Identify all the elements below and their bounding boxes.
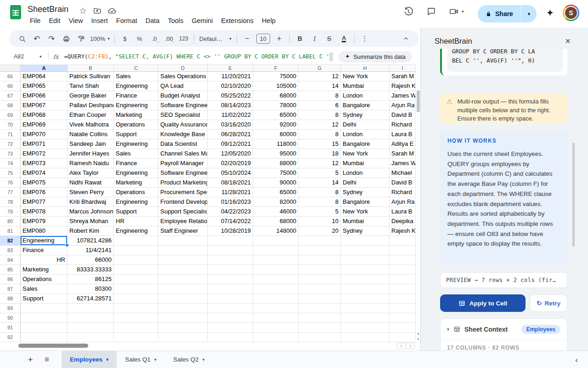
cell[interactable]: HR xyxy=(114,217,158,226)
cell[interactable]: EMP070 xyxy=(21,130,68,139)
cell[interactable]: EMP079 xyxy=(21,217,68,226)
cell[interactable]: Laura B xyxy=(390,130,416,139)
menu-tools[interactable]: Tools xyxy=(164,16,187,25)
cell[interactable] xyxy=(341,304,390,313)
cell[interactable] xyxy=(158,333,208,342)
cell[interactable] xyxy=(341,323,390,333)
cell[interactable]: David B xyxy=(390,178,416,188)
text-color-button[interactable]: A xyxy=(338,33,350,45)
share-button[interactable]: Share ▾ xyxy=(478,5,537,23)
cell[interactable]: Procurement Spec xyxy=(158,188,208,197)
cell[interactable]: EMP080 xyxy=(21,226,68,236)
cell[interactable]: 09/12/2021 xyxy=(208,139,253,149)
cell[interactable] xyxy=(68,323,114,333)
cell[interactable] xyxy=(114,323,158,333)
fill-handle[interactable] xyxy=(65,243,69,247)
cell[interactable]: Knowledge Base xyxy=(158,130,208,139)
cell[interactable]: 02/10/2020 xyxy=(208,81,253,91)
cell[interactable]: Employee Relations xyxy=(158,217,208,226)
menu-format[interactable]: Format xyxy=(113,16,141,25)
cell[interactable]: New York xyxy=(341,207,390,217)
cell[interactable]: 12 xyxy=(299,159,341,168)
cell[interactable] xyxy=(114,304,158,313)
row-header-86[interactable]: 86 xyxy=(0,275,21,284)
menu-help[interactable]: Help xyxy=(259,16,279,25)
cell[interactable]: 8 xyxy=(299,197,341,207)
cell[interactable]: 8 xyxy=(299,91,341,101)
paint-format-icon[interactable] xyxy=(75,33,87,45)
cell[interactable]: 07/14/2022 xyxy=(208,217,253,226)
cell[interactable]: 46000 xyxy=(253,207,299,217)
cell[interactable] xyxy=(253,284,299,294)
close-sidebar-icon[interactable]: × xyxy=(565,36,571,46)
tab-sales-q1[interactable]: Sales Q1▾ xyxy=(117,351,165,368)
cell[interactable]: 82000 xyxy=(253,197,299,207)
vertical-scrollbar[interactable]: ▴ ▾ xyxy=(415,72,420,342)
cell[interactable]: HR xyxy=(21,255,68,265)
cell[interactable]: 08/18/2021 xyxy=(208,178,253,188)
column-header-E[interactable]: E xyxy=(208,64,253,72)
menu-view[interactable]: View xyxy=(65,16,86,25)
tab-caret-icon[interactable]: ▾ xyxy=(154,357,157,362)
cell[interactable]: EMP066 xyxy=(21,91,68,101)
comments-icon[interactable] xyxy=(426,6,436,17)
cell[interactable] xyxy=(68,313,114,323)
row-header-69[interactable]: 69 xyxy=(0,110,21,120)
cell[interactable]: Finance xyxy=(21,246,68,255)
cell[interactable] xyxy=(390,275,416,284)
add-sheet-icon[interactable]: + xyxy=(24,355,37,365)
decrease-font-size-button[interactable]: − xyxy=(241,33,253,45)
cell[interactable] xyxy=(158,246,208,255)
cell[interactable]: Delhi xyxy=(341,178,390,188)
cell[interactable] xyxy=(390,265,416,275)
cell[interactable] xyxy=(390,333,416,342)
cell[interactable]: Sydney xyxy=(341,188,390,197)
cell[interactable]: 12 xyxy=(299,120,341,130)
meet-camera-icon[interactable]: ▾ xyxy=(449,6,464,17)
move-folder-icon[interactable] xyxy=(93,6,102,15)
cell[interactable]: Natalie Collins xyxy=(68,130,114,139)
row-header-79[interactable]: 79 xyxy=(0,207,21,217)
cell[interactable]: Marketing xyxy=(114,178,158,188)
row-header-72[interactable]: 72 xyxy=(0,139,21,149)
cell[interactable] xyxy=(341,246,390,255)
cell[interactable] xyxy=(158,265,208,275)
cell[interactable]: Staff Engineer xyxy=(158,226,208,236)
cell[interactable]: Engineering xyxy=(114,226,158,236)
cell[interactable] xyxy=(341,255,390,265)
formula-input[interactable]: =QUERY(C2:F81, "SELECT C, AVG(F) WHERE C… xyxy=(64,53,328,60)
cell[interactable] xyxy=(114,246,158,255)
cell[interactable] xyxy=(208,333,253,342)
cell[interactable]: London xyxy=(341,130,390,139)
cell[interactable]: Product Marketing xyxy=(158,178,208,188)
cell[interactable]: 65000 xyxy=(253,188,299,197)
cell[interactable]: Budget Analyst xyxy=(158,91,208,101)
cell[interactable]: Jennifer Hayes xyxy=(68,149,114,159)
cell[interactable] xyxy=(158,284,208,294)
retry-button[interactable]: ↻ Retry xyxy=(530,294,567,312)
cell[interactable]: James W xyxy=(390,91,416,101)
cell[interactable]: 8 xyxy=(299,188,341,197)
cell[interactable]: Sydney xyxy=(341,226,390,236)
cell[interactable]: 14 xyxy=(299,178,341,188)
version-history-icon[interactable] xyxy=(403,6,413,17)
cell[interactable]: EMP077 xyxy=(21,197,68,207)
undo-icon[interactable]: ↶ xyxy=(31,33,43,45)
cell[interactable]: 11/20/2021 xyxy=(208,72,253,81)
cell[interactable]: 8 xyxy=(299,130,341,139)
cell[interactable]: Operations xyxy=(114,188,158,197)
row-header-80[interactable]: 80 xyxy=(0,217,21,226)
cell[interactable]: EMP068 xyxy=(21,110,68,120)
bold-button[interactable]: B xyxy=(294,33,306,45)
scroll-left-icon[interactable]: ‹ xyxy=(397,343,406,349)
cell[interactable]: 06/28/2021 xyxy=(208,130,253,139)
cell[interactable] xyxy=(253,313,299,323)
star-icon[interactable]: ☆ xyxy=(79,6,87,16)
cell[interactable]: George Baker xyxy=(68,91,114,101)
tab-sales-q2[interactable]: Sales Q2▾ xyxy=(165,351,213,368)
cell[interactable]: Sales xyxy=(21,284,68,294)
cell[interactable]: Software Engineer xyxy=(158,168,208,178)
row-header-76[interactable]: 76 xyxy=(0,178,21,188)
cell[interactable]: Payroll Manager xyxy=(158,159,208,168)
cell[interactable]: 12 xyxy=(299,72,341,81)
